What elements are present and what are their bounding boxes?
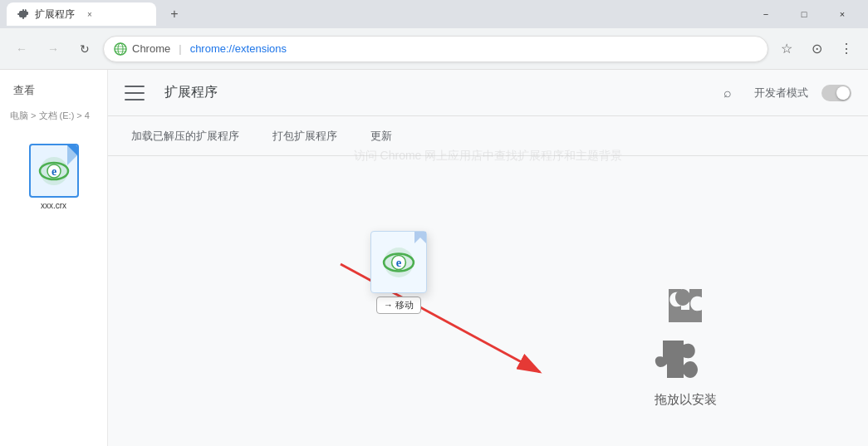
minimize-btn[interactable]: −	[747, 0, 785, 28]
menu-line-2	[125, 92, 145, 94]
sidebar-item-view[interactable]: 查看	[0, 76, 107, 105]
load-unpacked-btn[interactable]: 加载已解压的扩展程序	[125, 125, 246, 147]
svg-text:e: e	[51, 165, 56, 178]
maximize-btn[interactable]: □	[785, 0, 823, 28]
puzzle-icon	[652, 272, 718, 339]
reload-btn[interactable]: ↻	[71, 36, 98, 62]
bookmark-btn[interactable]: ☆	[773, 36, 800, 62]
ie-logo-icon: e	[38, 155, 70, 187]
crx-drag-ie-icon: e	[382, 246, 415, 279]
more-btn[interactable]: ⋮	[833, 36, 860, 62]
addressbar: ← → ↻ Chrome | chrome://extensions ☆ ⊙ ⋮	[0, 28, 868, 70]
window-controls: − □ ×	[747, 0, 861, 28]
toolbar-icons: ☆ ⊙ ⋮	[773, 36, 860, 62]
account-btn[interactable]: ⊙	[803, 36, 830, 62]
move-badge: → 移动	[376, 297, 421, 314]
tab-favicon	[17, 7, 30, 21]
new-tab-btn[interactable]: +	[163, 2, 186, 26]
url-path: chrome://extensions	[190, 42, 287, 55]
back-btn[interactable]: ←	[8, 36, 35, 62]
crx-file-icon[interactable]: e xxx.crx	[25, 144, 83, 210]
tab-title: 扩展程序	[35, 7, 75, 22]
url-chrome-text: Chrome	[132, 42, 170, 55]
extensions-title: 扩展程序	[164, 84, 701, 101]
crx-drag-corner	[414, 232, 426, 243]
toggle-knob	[836, 86, 850, 100]
pack-extension-btn[interactable]: 打包扩展程序	[266, 125, 344, 147]
tab-strip: 扩展程序 × +	[7, 2, 747, 26]
hamburger-menu[interactable]	[125, 86, 145, 100]
main-area: 扩展程序 ⌕ 开发者模式 加载已解压的扩展程序 打包扩展程序 更新 访问 Chr…	[108, 70, 868, 446]
dev-mode-label: 开发者模式	[754, 86, 808, 100]
drag-arrow	[316, 239, 598, 405]
browser-window: 扩展程序 × + − □ × ← → ↻ Chrome | chrom	[0, 0, 868, 446]
placeholder-text: 访问 Chrome 网上应用店中查找扩展程序和主题背景	[354, 149, 623, 164]
breadcrumb: 电脑 > 文档 (E:) > 4	[0, 105, 107, 127]
drop-label: 拖放以安装	[655, 392, 717, 408]
extensions-header: 扩展程序 ⌕ 开发者模式	[108, 70, 868, 116]
dev-mode-toggle[interactable]	[821, 85, 851, 101]
tab-close-btn[interactable]: ×	[83, 7, 96, 21]
drop-target: 拖放以安装	[652, 272, 718, 408]
menu-line-1	[125, 86, 145, 87]
crx-dragging-icon: e → 移动	[365, 231, 432, 314]
crx-icon-image: e	[29, 144, 79, 198]
menu-line-3	[125, 99, 145, 100]
crx-dragging-image: e	[370, 231, 427, 293]
update-btn[interactable]: 更新	[364, 125, 399, 147]
active-tab[interactable]: 扩展程序 ×	[7, 2, 156, 26]
site-favicon	[114, 42, 127, 56]
sidebar: 查看 电脑 > 文档 (E:) > 4 e xxx.crx	[0, 70, 108, 446]
close-btn[interactable]: ×	[823, 0, 861, 28]
search-icon[interactable]: ⌕	[714, 80, 741, 106]
svg-text:e: e	[396, 256, 402, 269]
puzzle-piece-icon	[655, 332, 717, 390]
url-bar[interactable]: Chrome | chrome://extensions	[103, 36, 768, 62]
titlebar: 扩展程序 × + − □ ×	[0, 0, 868, 28]
page-body: 查看 电脑 > 文档 (E:) > 4 e xxx.crx	[0, 70, 868, 446]
forward-btn[interactable]: →	[40, 36, 66, 62]
crx-file-label: xxx.crx	[41, 201, 66, 210]
url-separator: |	[179, 42, 181, 55]
